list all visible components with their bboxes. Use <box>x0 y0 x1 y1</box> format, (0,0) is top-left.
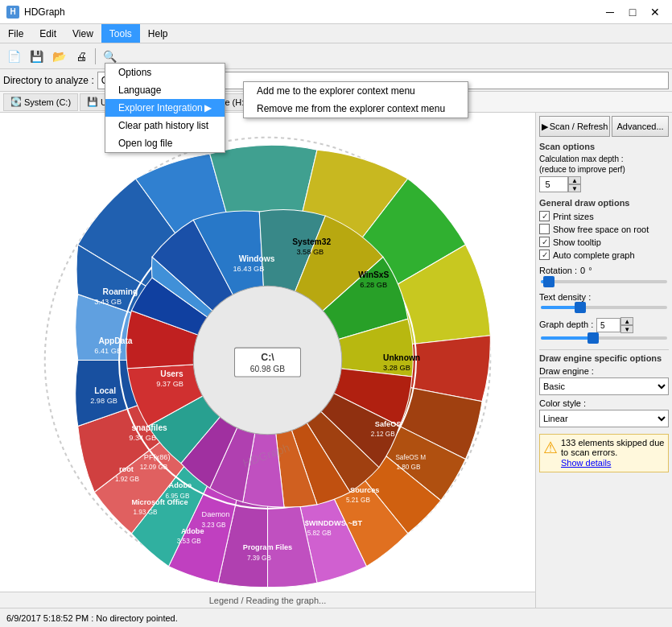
menu-language[interactable]: Language <box>105 81 225 99</box>
svg-text:5.21 GB: 5.21 GB <box>346 497 371 504</box>
svg-text:1.80 GB: 1.80 GB <box>396 464 421 471</box>
remove-from-context-menu[interactable]: Remove me from the explorer context menu <box>244 100 468 118</box>
rotation-thumb[interactable] <box>543 276 555 287</box>
show-free-space-checkbox[interactable] <box>539 224 550 234</box>
svg-text:5.82 GB: 5.82 GB <box>307 530 332 537</box>
svg-text:Local: Local <box>94 386 116 395</box>
rotation-value: 0 <box>580 266 585 275</box>
disk-graph: C:\ 60.98 GB Roaming 3.43 GB AppData 6.4… <box>0 113 535 608</box>
calc-depth-label: Calculation max depth : <box>539 155 669 163</box>
calc-depth-spinbox[interactable]: ▲ ▼ <box>539 176 581 192</box>
svg-text:SafeOS: SafeOS <box>375 420 402 428</box>
svg-text:1.93 GB: 1.93 GB <box>133 509 158 516</box>
main-content: C:\ 60.98 GB Roaming 3.43 GB AppData 6.4… <box>0 113 672 608</box>
graph-depth-thumb[interactable] <box>587 332 599 344</box>
text-density-fill <box>541 306 579 309</box>
titlebar: H HDGraph ─ □ ✕ <box>0 0 672 24</box>
menu-edit[interactable]: Edit <box>31 24 64 43</box>
add-to-context-menu[interactable]: Add me to the explorer context menu <box>244 82 468 100</box>
svg-text:C:\: C:\ <box>261 352 274 363</box>
minimize-button[interactable]: ─ <box>600 4 620 20</box>
menu-open-log[interactable]: Open log file <box>105 134 225 152</box>
graph-depth-label: Graph depth : <box>539 320 593 329</box>
color-style-select[interactable]: Linear Random Spectrum <box>539 410 669 427</box>
svg-text:12.09 GB: 12.09 GB <box>140 464 168 471</box>
show-free-space-row: Show free space on root <box>539 224 669 234</box>
advanced-button[interactable]: Advanced... <box>612 116 669 137</box>
svg-text:6.95 GB: 6.95 GB <box>165 493 190 500</box>
tools-menu: Options Language Explorer Integration ▶ … <box>105 63 225 153</box>
warning-area: ⚠ 133 elements skipped due to scan error… <box>539 434 669 472</box>
svg-text:SafeOS M: SafeOS M <box>395 454 426 461</box>
toolbar-separator <box>95 48 96 64</box>
print-sizes-label: Print sizes <box>553 212 594 221</box>
right-panel: ▶ Scan / Refresh Advanced... Scan option… <box>535 113 672 608</box>
status-text: 6/9/2017 5:18:52 PM : No directory point… <box>6 613 178 623</box>
print-sizes-row: Print sizes <box>539 211 669 221</box>
svg-text:Unknown: Unknown <box>383 353 420 362</box>
svg-text:Adobe: Adobe <box>169 481 192 489</box>
graph-depth-spinbox[interactable]: ▲ ▼ <box>596 317 633 333</box>
color-style-label: Color style : <box>539 398 669 408</box>
graph-depth-track <box>541 336 667 340</box>
show-tooltip-checkbox[interactable] <box>539 237 550 247</box>
draw-options-title: General draw options <box>539 198 669 208</box>
legend-bar: Legend / Reading the graph... <box>0 592 535 608</box>
show-details-link[interactable]: Show details <box>561 458 611 468</box>
svg-text:3.53 GB: 3.53 GB <box>177 538 202 545</box>
calc-depth-down[interactable]: ▼ <box>568 184 581 192</box>
graph-depth-input[interactable] <box>596 318 620 332</box>
open-button[interactable]: 📂 <box>48 46 69 67</box>
window-controls: ─ □ ✕ <box>600 4 666 20</box>
svg-text:Windows: Windows <box>239 254 275 263</box>
auto-complete-label: Auto complete graph <box>553 250 635 260</box>
svg-text:60.98 GB: 60.98 GB <box>250 365 285 373</box>
print-button[interactable]: 🖨 <box>71 46 92 67</box>
text-density-label: Text density : <box>539 292 591 302</box>
svg-text:3.58 GB: 3.58 GB <box>296 248 324 256</box>
menubar: File Edit View Tools Help <box>0 24 672 43</box>
svg-text:7.39 GB: 7.39 GB <box>247 555 272 562</box>
calc-depth-input[interactable] <box>539 176 568 192</box>
window-title: HDGraph <box>24 6 600 18</box>
svg-text:Program Files: Program Files <box>243 543 292 551</box>
svg-text:Daemon: Daemon <box>202 510 230 518</box>
menu-explorer-integration[interactable]: Explorer Integration ▶ <box>105 99 225 117</box>
engine-dropdown-wrapper: Basic GDI+ Direct2D <box>539 377 669 395</box>
rotation-unit: ° <box>588 266 592 275</box>
scan-refresh-button[interactable]: ▶ Scan / Refresh <box>539 116 610 137</box>
save-button[interactable]: 💾 <box>26 46 47 67</box>
auto-complete-checkbox[interactable] <box>539 250 550 260</box>
text-density-track <box>541 306 667 309</box>
engine-select[interactable]: Basic GDI+ Direct2D <box>539 377 669 395</box>
svg-text:1.92 GB: 1.92 GB <box>115 476 140 483</box>
menu-file[interactable]: File <box>0 24 31 43</box>
menu-options[interactable]: Options <box>105 64 225 81</box>
print-sizes-checkbox[interactable] <box>539 211 550 221</box>
graph-area[interactable]: C:\ 60.98 GB Roaming 3.43 GB AppData 6.4… <box>0 113 535 608</box>
menu-view[interactable]: View <box>64 24 101 43</box>
svg-text:WinSxS: WinSxS <box>358 270 389 279</box>
graph-depth-down[interactable]: ▼ <box>620 325 633 333</box>
svg-text:$WINDDWS.~BT: $WINDDWS.~BT <box>305 519 363 527</box>
show-tooltip-label: Show tooltip <box>553 237 601 247</box>
drive-tab-c[interactable]: 💽 System (C:) <box>3 93 78 111</box>
close-button[interactable]: ✕ <box>645 4 666 20</box>
svg-text:16.43 GB: 16.43 GB <box>233 265 264 273</box>
calc-depth-row: ▲ ▼ <box>539 176 669 192</box>
menu-clear-path[interactable]: Clear path history list <box>105 117 225 134</box>
menu-tools[interactable]: Tools <box>101 24 140 43</box>
calc-depth-up[interactable]: ▲ <box>568 176 581 184</box>
graph-depth-up[interactable]: ▲ <box>620 317 633 325</box>
statusbar: 6/9/2017 5:18:52 PM : No directory point… <box>0 608 672 627</box>
text-density-thumb[interactable] <box>575 302 586 313</box>
svg-text:6.41 GB: 6.41 GB <box>94 347 122 355</box>
svg-text:AppData: AppData <box>98 336 132 345</box>
new-button[interactable]: 📄 <box>3 46 24 67</box>
scan-options-title: Scan options <box>539 142 669 151</box>
maximize-button[interactable]: □ <box>622 4 643 20</box>
text-density-container: Text density : <box>539 291 669 312</box>
engine-label: Draw engine : <box>539 366 669 376</box>
menu-help[interactable]: Help <box>140 24 176 43</box>
svg-text:Adobe: Adobe <box>181 527 204 535</box>
